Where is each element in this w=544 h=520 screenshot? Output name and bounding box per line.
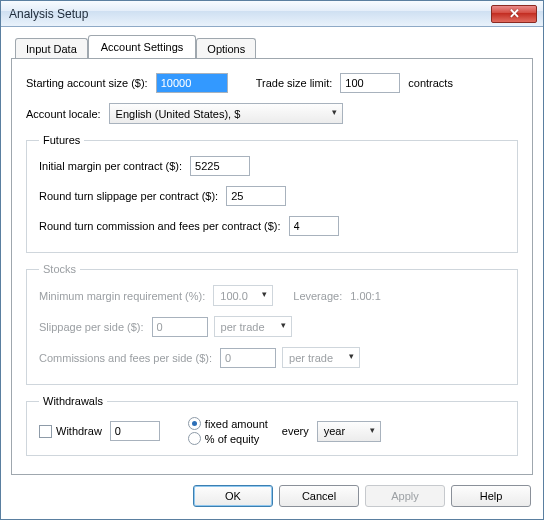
starting-account-label: Starting account size ($): xyxy=(26,77,148,89)
withdraw-amount-input[interactable] xyxy=(110,421,160,441)
stocks-legend: Stocks xyxy=(39,263,80,275)
pct-equity-radio[interactable] xyxy=(188,432,201,445)
min-margin-select: 100.0 xyxy=(213,285,273,306)
withdraw-checkbox[interactable] xyxy=(39,425,52,438)
apply-button: Apply xyxy=(365,485,445,507)
help-button[interactable]: Help xyxy=(451,485,531,507)
close-button[interactable]: ✕ xyxy=(491,5,537,23)
withdrawals-group: Withdrawals Withdraw fixed amount % of e… xyxy=(26,395,518,456)
min-margin-label: Minimum margin requirement (%): xyxy=(39,290,205,302)
account-locale-label: Account locale: xyxy=(26,108,101,120)
close-icon: ✕ xyxy=(509,6,520,21)
row-locale: Account locale: English (United States),… xyxy=(26,103,518,124)
stocks-group: Stocks Minimum margin requirement (%): 1… xyxy=(26,263,518,385)
trade-size-units: contracts xyxy=(408,77,453,89)
trade-size-limit-label: Trade size limit: xyxy=(256,77,333,89)
tabs: Input Data Account Settings Options xyxy=(11,35,533,58)
cancel-button[interactable]: Cancel xyxy=(279,485,359,507)
min-margin-value: 100.0 xyxy=(220,290,248,302)
leverage-label: Leverage: xyxy=(293,290,342,302)
titlebar: Analysis Setup ✕ xyxy=(1,1,543,27)
leverage-value: 1.00:1 xyxy=(350,290,381,302)
initial-margin-input[interactable] xyxy=(190,156,250,176)
futures-legend: Futures xyxy=(39,134,84,146)
footer: OK Cancel Apply Help xyxy=(1,475,543,519)
stocks-slippage-label: Slippage per side ($): xyxy=(39,321,144,333)
stocks-slippage-input xyxy=(152,317,208,337)
trade-size-limit-input[interactable] xyxy=(340,73,400,93)
stocks-commission-mode: per trade xyxy=(282,347,360,368)
futures-group: Futures Initial margin per contract ($):… xyxy=(26,134,518,253)
futures-commission-input[interactable] xyxy=(289,216,339,236)
pct-equity-label: % of equity xyxy=(205,433,259,445)
fixed-amount-label: fixed amount xyxy=(205,418,268,430)
period-value: year xyxy=(324,425,345,437)
withdrawals-legend: Withdrawals xyxy=(39,395,107,407)
tab-panel: Starting account size ($): Trade size li… xyxy=(11,58,533,475)
futures-slippage-label: Round turn slippage per contract ($): xyxy=(39,190,218,202)
initial-margin-label: Initial margin per contract ($): xyxy=(39,160,182,172)
stocks-slippage-mode: per trade xyxy=(214,316,292,337)
account-locale-value: English (United States), $ xyxy=(116,108,241,120)
futures-commission-label: Round turn commission and fees per contr… xyxy=(39,220,281,232)
tab-account-settings[interactable]: Account Settings xyxy=(88,35,197,58)
tab-options[interactable]: Options xyxy=(196,38,256,59)
stocks-commission-label: Commissions and fees per side ($): xyxy=(39,352,212,364)
withdraw-label: Withdraw xyxy=(56,425,102,437)
row-starting-trade: Starting account size ($): Trade size li… xyxy=(26,73,518,93)
tab-input-data[interactable]: Input Data xyxy=(15,38,88,59)
every-label: every xyxy=(282,425,309,437)
ok-button[interactable]: OK xyxy=(193,485,273,507)
window-buttons: ✕ xyxy=(489,5,537,23)
account-locale-select[interactable]: English (United States), $ xyxy=(109,103,343,124)
period-select[interactable]: year xyxy=(317,421,381,442)
window-title: Analysis Setup xyxy=(9,7,489,21)
futures-slippage-input[interactable] xyxy=(226,186,286,206)
starting-account-input[interactable] xyxy=(156,73,228,93)
stocks-commission-input xyxy=(220,348,276,368)
fixed-amount-radio[interactable] xyxy=(188,417,201,430)
content: Input Data Account Settings Options Star… xyxy=(1,27,543,475)
